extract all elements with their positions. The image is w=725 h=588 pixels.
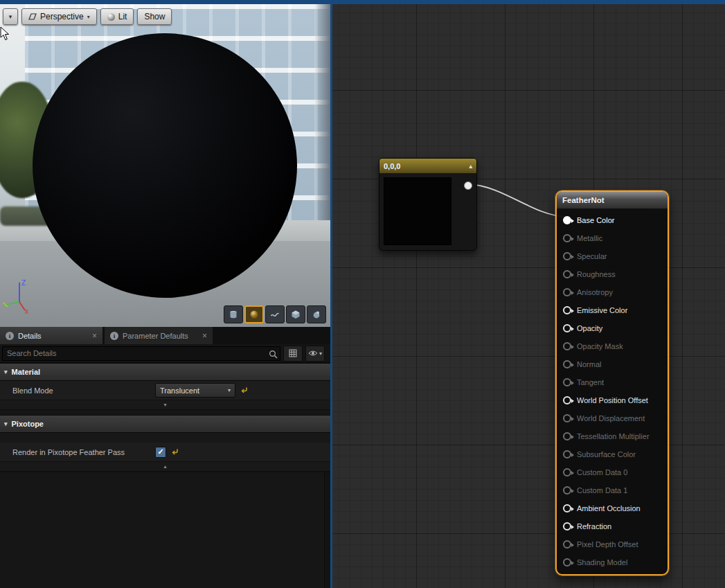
material-pin-specular[interactable]: Specular	[557, 247, 668, 265]
material-pin-tessellation-multiplier[interactable]: Tessellation Multiplier	[557, 427, 668, 445]
material-pin-shading-model[interactable]: Shading Model	[557, 553, 668, 571]
viewport-options-dropdown-button[interactable]: ▾	[3, 8, 18, 25]
show-button-label: Show	[144, 12, 165, 21]
material-preview-viewport[interactable]: ▾ Perspective ▾ Lit Show Z x	[0, 4, 330, 327]
pin-icon[interactable]	[563, 342, 571, 350]
material-result-node[interactable]: FeatherNot Base ColorMetallicSpecularRou…	[555, 190, 669, 576]
tab-details[interactable]: i Details ×	[0, 327, 102, 344]
pin-icon[interactable]	[563, 270, 571, 278]
feather-pass-checkbox[interactable]: ✓	[155, 447, 166, 458]
pin-icon[interactable]	[563, 324, 571, 332]
material-pin-custom-data-1[interactable]: Custom Data 1	[557, 481, 668, 499]
pin-icon[interactable]	[563, 396, 571, 404]
material-pin-subsurface-color[interactable]: Subsurface Color	[557, 445, 668, 463]
section-header-material[interactable]: ▾ Material	[0, 363, 330, 381]
pin-icon[interactable]	[563, 504, 571, 513]
chevron-down-icon: ▾	[9, 13, 12, 20]
color-swatch[interactable]	[384, 177, 451, 245]
blend-mode-row: Blend Mode Translucent ▾	[0, 381, 330, 400]
preview-shape-cube-button[interactable]	[286, 305, 305, 323]
pin-icon[interactable]	[563, 486, 571, 495]
tab-details-label: Details	[18, 332, 88, 340]
section-header-pixotope[interactable]: ▾ Pixotope	[0, 415, 330, 433]
material-pin-anisotropy[interactable]: Anisotropy	[557, 283, 668, 301]
viewport-toolbar: ▾ Perspective ▾ Lit Show	[3, 8, 172, 25]
pin-label: Tangent	[577, 378, 604, 386]
material-graph-canvas[interactable]: 0,0,0 ▴ FeatherNot Base ColorMetallicSpe…	[332, 4, 725, 588]
wire-constant-to-base-color[interactable]	[468, 184, 566, 217]
material-pin-pixel-depth-offset[interactable]: Pixel Depth Offset	[557, 535, 668, 553]
preview-shape-sphere-button[interactable]	[244, 305, 264, 323]
material-pin-emissive-color[interactable]: Emissive Color	[557, 301, 668, 319]
details-scrollbar[interactable]	[324, 472, 330, 588]
material-pin-custom-data-0[interactable]: Custom Data 0	[557, 463, 668, 481]
pin-icon[interactable]	[563, 378, 571, 386]
advanced-collapser-pixotope[interactable]: ▴	[0, 462, 330, 472]
pin-icon[interactable]	[563, 288, 571, 296]
search-icon	[269, 349, 278, 362]
property-matrix-button[interactable]	[283, 346, 303, 362]
pin-label: Subsurface Color	[577, 450, 636, 458]
preview-shape-mesh-button[interactable]	[307, 305, 326, 323]
cube-icon	[291, 310, 301, 319]
pin-icon[interactable]	[563, 558, 571, 567]
pin-icon[interactable]	[563, 216, 571, 224]
reset-to-default-icon[interactable]	[240, 386, 248, 394]
close-icon[interactable]: ×	[202, 332, 207, 340]
perspective-button-label: Perspective	[40, 12, 84, 21]
constant-color-node[interactable]: 0,0,0 ▴	[379, 158, 477, 251]
pin-label: Refraction	[577, 522, 611, 531]
material-node-header[interactable]: FeatherNot	[557, 192, 668, 209]
blend-mode-dropdown[interactable]: Translucent ▾	[155, 383, 235, 398]
reset-to-default-icon[interactable]	[171, 448, 179, 456]
pin-icon[interactable]	[563, 540, 571, 549]
pin-icon[interactable]	[563, 252, 571, 260]
constant-node-title: 0,0,0	[384, 162, 400, 170]
view-options-button[interactable]: ▾	[305, 346, 325, 362]
pin-label: Tessellation Multiplier	[577, 432, 650, 440]
constant-output-pin[interactable]	[464, 181, 472, 190]
material-pin-normal[interactable]: Normal	[557, 355, 668, 373]
material-pin-opacity-mask[interactable]: Opacity Mask	[557, 337, 668, 355]
material-pin-ambient-occlusion[interactable]: Ambient Occlusion	[557, 499, 668, 517]
info-icon: i	[6, 332, 14, 340]
preview-shape-plane-button[interactable]	[265, 305, 285, 323]
tab-parameter-defaults[interactable]: i Parameter Defaults ×	[105, 327, 213, 344]
pin-icon[interactable]	[563, 306, 571, 314]
search-input[interactable]	[3, 347, 280, 360]
collapse-arrow-icon[interactable]: ▴	[469, 163, 472, 170]
pin-label: Pixel Depth Offset	[577, 540, 638, 549]
material-pin-base-color[interactable]: Base Color	[557, 211, 668, 229]
material-node-title: FeatherNot	[562, 196, 605, 204]
perspective-button[interactable]: Perspective ▾	[21, 8, 97, 25]
advanced-expander-material[interactable]: ▾	[0, 400, 330, 410]
pin-icon[interactable]	[563, 432, 571, 440]
pin-label: Roughness	[577, 270, 616, 278]
pin-label: World Position Offset	[577, 396, 648, 404]
pin-icon[interactable]	[563, 234, 571, 242]
pin-icon[interactable]	[563, 450, 571, 458]
material-pin-opacity[interactable]: Opacity	[557, 319, 668, 337]
plane-icon	[270, 310, 280, 319]
grid-icon	[289, 349, 297, 357]
constant-node-header[interactable]: 0,0,0 ▴	[379, 159, 476, 173]
lit-mode-button[interactable]: Lit	[100, 8, 134, 25]
pin-label: Normal	[577, 360, 601, 368]
pin-icon[interactable]	[563, 414, 571, 422]
material-pin-world-position-offset[interactable]: World Position Offset	[557, 391, 668, 409]
show-menu-button[interactable]: Show	[137, 8, 172, 25]
expand-arrow-icon: ▾	[163, 402, 166, 408]
material-pin-world-displacement[interactable]: World Displacement	[557, 409, 668, 427]
collapse-arrow-icon: ▴	[163, 463, 166, 470]
close-icon[interactable]: ×	[92, 332, 97, 340]
pin-icon[interactable]	[563, 468, 571, 476]
pin-icon[interactable]	[563, 360, 571, 368]
material-pin-metallic[interactable]: Metallic	[557, 229, 668, 247]
material-pin-tangent[interactable]: Tangent	[557, 373, 668, 391]
mouse-cursor	[0, 26, 10, 41]
preview-shape-cylinder-button[interactable]	[224, 305, 243, 323]
material-pin-refraction[interactable]: Refraction	[557, 517, 668, 535]
material-pin-roughness[interactable]: Roughness	[557, 265, 668, 283]
mesh-icon	[312, 310, 321, 319]
pin-icon[interactable]	[563, 522, 571, 531]
